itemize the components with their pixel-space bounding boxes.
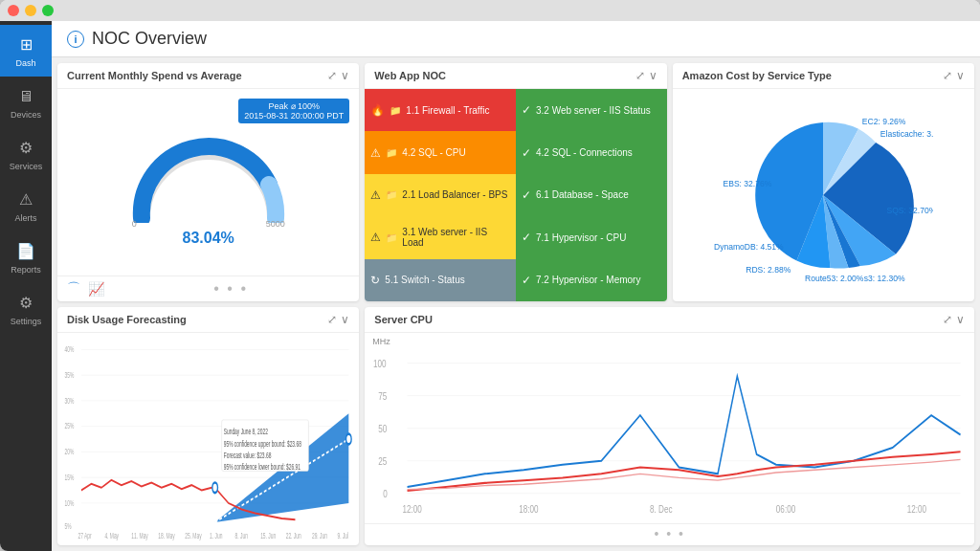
noc-item-iis-status[interactable]: ✓ 3.2 Web server - IIS Status — [516, 89, 667, 131]
disk-expand-icon[interactable]: ⤢ — [327, 313, 337, 326]
noc-iis-load-label: 3.1 Web server - IIS Load — [402, 227, 510, 248]
widget-disk-body: 40% 35% 30% 25% 20% 15% 10% 5% — [57, 333, 359, 545]
maximize-button[interactable] — [42, 5, 54, 16]
amazon-expand-icon[interactable]: ⤢ — [943, 69, 952, 82]
cpu-footer-dots: • • • — [374, 526, 965, 541]
sidebar-label-reports: Reports — [11, 265, 41, 275]
minimize-button[interactable] — [25, 5, 36, 16]
cpu-chart-svg: 100 75 50 25 0 — [368, 350, 970, 519]
widget-amazon-actions: ⤢ ∨ — [943, 69, 965, 82]
noc-sql-cpu-label: 4.2 SQL - CPU — [402, 147, 465, 158]
noc-item-sql-cpu[interactable]: ⚠ 📁 4.2 SQL - CPU — [365, 131, 516, 173]
noc-iis-status-label: 3.2 Web server - IIS Status — [536, 105, 651, 116]
check-icon-3: ✓ — [522, 188, 531, 202]
noc-item-iis-load[interactable]: ⚠ 📁 3.1 Web server - IIS Load — [365, 216, 516, 258]
cpu-chevron-icon[interactable]: ∨ — [956, 313, 965, 326]
gauge-max: 5000 — [266, 219, 285, 229]
amazon-chevron-icon[interactable]: ∨ — [956, 69, 965, 82]
svg-text:25: 25 — [378, 455, 387, 467]
noc-lb-bps-label: 2.1 Load Balancer - BPS — [402, 189, 507, 200]
svg-text:5%: 5% — [64, 520, 71, 531]
svg-text:s3: 12.30%: s3: 12.30% — [864, 274, 905, 283]
svg-text:Forecast value: $23.68: Forecast value: $23.68 — [224, 450, 272, 460]
tooltip-line1: Peak ⌀ 100% — [244, 101, 344, 111]
svg-text:100: 100 — [373, 357, 387, 368]
noc-hypervisor-cpu-label: 7.1 Hypervisor - CPU — [536, 232, 626, 243]
sidebar: ⊞ Dash 🖥 Devices ⚙ Services ⚠ Alerts 📄 R… — [0, 21, 52, 551]
sidebar-label-alerts: Alerts — [14, 213, 36, 223]
gauge-footer-icon1[interactable]: ⌒ — [67, 280, 80, 298]
gauge-labels: 0 5000 — [132, 219, 285, 229]
services-icon: ⚙ — [15, 138, 36, 159]
svg-text:25. May: 25. May — [185, 531, 202, 541]
svg-text:15. Jun: 15. Jun — [260, 531, 276, 541]
noc-expand-icon[interactable]: ⤢ — [635, 69, 645, 82]
disk-chart-svg: 40% 35% 30% 25% 20% 15% 10% 5% — [61, 337, 355, 541]
svg-text:1. Jun: 1. Jun — [210, 531, 222, 541]
disk-chart-container: 40% 35% 30% 25% 20% 15% 10% 5% — [57, 333, 359, 545]
disk-chevron-icon[interactable]: ∨ — [341, 313, 349, 326]
noc-item-hypervisor-cpu[interactable]: ✓ 7.1 Hypervisor - CPU — [516, 216, 667, 258]
svg-text:75: 75 — [378, 390, 387, 402]
svg-text:18:00: 18:00 — [519, 503, 538, 515]
gauge-footer-icon2[interactable]: 📈 — [88, 281, 104, 297]
sidebar-item-devices[interactable]: 🖥 Devices — [0, 77, 52, 128]
expand-icon[interactable]: ⤢ — [327, 69, 337, 82]
sidebar-item-settings[interactable]: ⚙ Settings — [0, 283, 52, 335]
widget-disk: Disk Usage Forecasting ⤢ ∨ — [57, 307, 359, 545]
svg-text:50: 50 — [378, 423, 387, 434]
noc-item-switch[interactable]: ↻ 5.1 Switch - Status — [365, 259, 516, 301]
alerts-icon: ⚠ — [15, 189, 36, 210]
noc-item-iis-folder: 📁 — [386, 232, 397, 243]
chevron-down-icon[interactable]: ∨ — [341, 69, 349, 82]
noc-item-sql-folder: 📁 — [386, 147, 397, 158]
svg-text:Elasticache: 3.59%: Elasticache: 3.59% — [880, 129, 933, 139]
check-icon-1: ✓ — [522, 103, 531, 117]
sidebar-label-services: Services — [10, 162, 43, 171]
check-icon-4: ✓ — [522, 231, 531, 244]
cpu-expand-icon[interactable]: ⤢ — [943, 313, 952, 326]
sidebar-item-reports[interactable]: 📄 Reports — [0, 231, 52, 283]
widget-noc-actions: ⤢ ∨ — [635, 69, 657, 82]
svg-text:10%: 10% — [64, 497, 74, 508]
svg-text:20%: 20% — [64, 446, 74, 456]
close-button[interactable] — [8, 5, 19, 16]
widget-amazon: Amazon Cost by Service Type ⤢ ∨ — [673, 63, 974, 301]
warning-icon-1: ⚠ — [370, 146, 381, 160]
devices-icon: 🖥 — [15, 86, 36, 107]
noc-item-sql-connections[interactable]: ✓ 4.2 SQL - Connections — [516, 131, 667, 173]
noc-switch-label: 5.1 Switch - Status — [385, 275, 464, 285]
widget-amazon-title: Amazon Cost by Service Type — [682, 70, 832, 81]
noc-item-hypervisor-memory[interactable]: ✓ 7.2 Hypervisor - Memory — [516, 259, 667, 301]
noc-item-lb-bps[interactable]: ⚠ 📁 2.1 Load Balancer - BPS — [365, 174, 516, 216]
svg-text:SQS: 32.70%: SQS: 32.70% — [887, 206, 934, 215]
noc-item-lb-folder: 📁 — [386, 189, 397, 200]
svg-text:EBS: 32.76%: EBS: 32.76% — [724, 179, 772, 188]
noc-grid: 🔥 📁 1.1 Firewall - Traffic ✓ 3.2 Web ser… — [365, 89, 666, 301]
noc-hypervisor-memory-label: 7.2 Hypervisor - Memory — [536, 275, 640, 285]
noc-chevron-icon[interactable]: ∨ — [649, 69, 657, 82]
noc-item-db-space[interactable]: ✓ 6.1 Database - Space — [516, 174, 667, 216]
warning-icon-2: ⚠ — [370, 188, 381, 202]
gauge-container: Peak ⌀ 100% 2015-08-31 20:00:00 PDT — [57, 89, 359, 276]
info-icon: i — [67, 31, 84, 48]
noc-item-firewall[interactable]: 🔥 📁 1.1 Firewall - Traffic — [365, 89, 516, 131]
svg-text:8. Dec: 8. Dec — [650, 503, 673, 515]
fire-icon: 🔥 — [370, 103, 385, 117]
svg-text:DynamoDB: 4.51%: DynamoDB: 4.51% — [714, 242, 784, 252]
svg-text:12:00: 12:00 — [907, 503, 926, 515]
widget-spend-actions: ⤢ ∨ — [327, 69, 349, 82]
svg-text:Sunday June 8, 2022: Sunday June 8, 2022 — [224, 426, 268, 436]
widget-spend-header: Current Monthly Spend vs Average ⤢ ∨ — [57, 63, 359, 89]
titlebar — [0, 0, 980, 21]
sidebar-item-alerts[interactable]: ⚠ Alerts — [0, 180, 52, 231]
reports-icon: 📄 — [15, 241, 36, 262]
svg-text:40%: 40% — [64, 343, 74, 354]
pie-svg: EC2: 9.26% Elasticache: 3.59% SQS: 32.70… — [713, 104, 933, 286]
sidebar-item-services[interactable]: ⚙ Services — [0, 128, 52, 180]
sidebar-label-devices: Devices — [11, 110, 41, 120]
svg-text:95% confidence lower bound: $2: 95% confidence lower bound: $26.91 — [224, 461, 301, 472]
gauge-footer-dots: • • • — [112, 280, 349, 298]
sidebar-item-dash[interactable]: ⊞ Dash — [0, 25, 52, 77]
check-icon-2: ✓ — [522, 146, 531, 160]
